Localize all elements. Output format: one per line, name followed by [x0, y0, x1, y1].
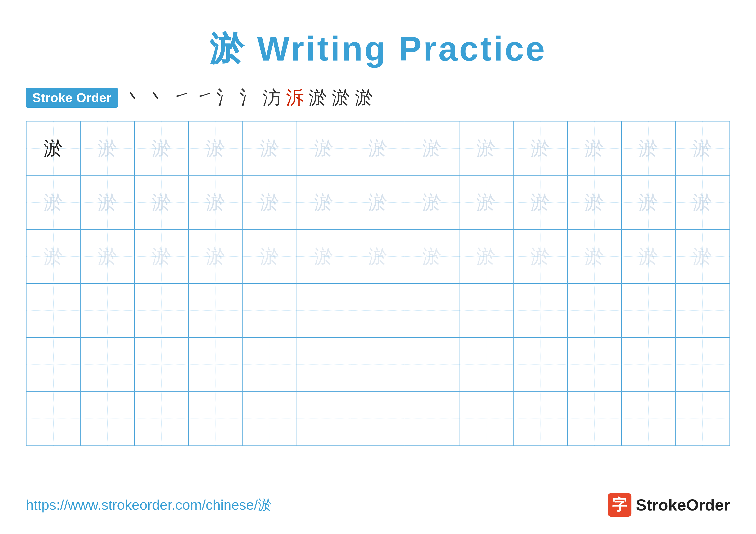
grid-cell-r3c12[interactable]: 淤	[622, 229, 676, 284]
grid-cell-r6c6[interactable]	[297, 392, 351, 446]
grid-cell-r4c4[interactable]	[189, 284, 243, 338]
grid-cell-r3c4[interactable]: 淤	[189, 229, 243, 284]
grid-cell-r2c2[interactable]: 淤	[80, 175, 134, 229]
grid-cell-r5c6[interactable]	[297, 338, 351, 392]
grid-cell-r4c8[interactable]	[405, 284, 459, 338]
grid-cell-r5c5[interactable]	[243, 338, 297, 392]
grid-cell-r3c1[interactable]: 淤	[26, 229, 80, 284]
page-title: 淤 Writing Practice	[209, 29, 547, 68]
grid-cell-r1c7[interactable]: 淤	[351, 121, 405, 175]
grid-cell-r1c13[interactable]: 淤	[676, 121, 730, 175]
grid-cell-r4c10[interactable]	[513, 284, 567, 338]
practice-grid: 淤 淤 淤 淤 淤 淤 淤 淤 淤 淤 淤 淤 淤 淤 淤 淤 淤 淤 淤 淤 …	[26, 121, 730, 446]
grid-cell-r5c11[interactable]	[567, 338, 622, 392]
grid-cell-r6c8[interactable]	[405, 392, 459, 446]
grid-cell-r2c8[interactable]: 淤	[405, 175, 459, 229]
grid-cell-r2c1[interactable]: 淤	[26, 175, 80, 229]
grid-cell-r5c12[interactable]	[622, 338, 676, 392]
grid-cell-r4c1[interactable]	[26, 284, 80, 338]
grid-cell-r1c6[interactable]: 淤	[297, 121, 351, 175]
grid-cell-r1c8[interactable]: 淤	[405, 121, 459, 175]
grid-cell-r5c13[interactable]	[676, 338, 730, 392]
grid-row-2: 淤 淤 淤 淤 淤 淤 淤 淤 淤 淤 淤 淤 淤	[26, 175, 730, 229]
grid-cell-r1c12[interactable]: 淤	[622, 121, 676, 175]
grid-cell-r1c2[interactable]: 淤	[80, 121, 134, 175]
grid-cell-r6c5[interactable]	[243, 392, 297, 446]
logo-text: StrokeOrder	[636, 496, 730, 514]
stroke-step-8: 泝	[286, 85, 304, 110]
grid-cell-r5c1[interactable]	[26, 338, 80, 392]
stroke-steps-container: 丶 丶 ㇀ ㇀ 氵 氵 汸 泝 淤 淤 淤	[124, 85, 373, 110]
grid-cell-r1c1[interactable]: 淤	[26, 121, 80, 175]
char-solid: 淤	[44, 135, 63, 162]
grid-cell-r6c3[interactable]	[134, 392, 189, 446]
grid-cell-r2c6[interactable]: 淤	[297, 175, 351, 229]
grid-cell-r3c3[interactable]: 淤	[134, 229, 189, 284]
grid-cell-r3c9[interactable]: 淤	[459, 229, 513, 284]
grid-cell-r2c4[interactable]: 淤	[189, 175, 243, 229]
grid-cell-r1c10[interactable]: 淤	[513, 121, 567, 175]
grid-cell-r6c13[interactable]	[676, 392, 730, 446]
grid-cell-r5c2[interactable]	[80, 338, 134, 392]
stroke-step-1: 丶	[124, 85, 143, 110]
grid-cell-r4c12[interactable]	[622, 284, 676, 338]
grid-cell-r2c13[interactable]: 淤	[676, 175, 730, 229]
grid-cell-r5c9[interactable]	[459, 338, 513, 392]
grid-cell-r3c6[interactable]: 淤	[297, 229, 351, 284]
grid-cell-r6c1[interactable]	[26, 392, 80, 446]
grid-cell-r3c10[interactable]: 淤	[513, 229, 567, 284]
grid-cell-r2c9[interactable]: 淤	[459, 175, 513, 229]
grid-cell-r6c2[interactable]	[80, 392, 134, 446]
stroke-order-row: Stroke Order 丶 丶 ㇀ ㇀ 氵 氵 汸 泝 淤 淤 淤	[26, 85, 730, 110]
grid-cell-r4c11[interactable]	[567, 284, 622, 338]
grid-row-5	[26, 338, 730, 392]
grid-cell-r3c13[interactable]: 淤	[676, 229, 730, 284]
footer: https://www.strokeorder.com/chinese/淤 字 …	[26, 493, 730, 517]
stroke-step-4: ㇀	[194, 85, 212, 110]
grid-cell-r1c9[interactable]: 淤	[459, 121, 513, 175]
grid-row-3: 淤 淤 淤 淤 淤 淤 淤 淤 淤 淤 淤 淤 淤	[26, 229, 730, 284]
page: 淤 Writing Practice Stroke Order 丶 丶 ㇀ ㇀ …	[0, 0, 756, 534]
grid-row-6	[26, 392, 730, 446]
grid-cell-r2c3[interactable]: 淤	[134, 175, 189, 229]
grid-cell-r6c11[interactable]	[567, 392, 622, 446]
stroke-step-2: 丶	[148, 85, 166, 110]
grid-cell-r3c7[interactable]: 淤	[351, 229, 405, 284]
grid-cell-r5c4[interactable]	[189, 338, 243, 392]
grid-cell-r1c3[interactable]: 淤	[134, 121, 189, 175]
grid-cell-r3c2[interactable]: 淤	[80, 229, 134, 284]
grid-cell-r6c10[interactable]	[513, 392, 567, 446]
grid-cell-r6c4[interactable]	[189, 392, 243, 446]
grid-cell-r4c13[interactable]	[676, 284, 730, 338]
grid-cell-r5c3[interactable]	[134, 338, 189, 392]
grid-cell-r2c12[interactable]: 淤	[622, 175, 676, 229]
grid-cell-r3c5[interactable]: 淤	[243, 229, 297, 284]
grid-cell-r2c11[interactable]: 淤	[567, 175, 622, 229]
grid-cell-r4c5[interactable]	[243, 284, 297, 338]
grid-cell-r1c4[interactable]: 淤	[189, 121, 243, 175]
footer-logo: 字 StrokeOrder	[608, 493, 730, 517]
grid-cell-r4c3[interactable]	[134, 284, 189, 338]
grid-cell-r3c11[interactable]: 淤	[567, 229, 622, 284]
grid-cell-r5c10[interactable]	[513, 338, 567, 392]
stroke-step-9: 淤	[309, 85, 327, 110]
grid-cell-r4c6[interactable]	[297, 284, 351, 338]
stroke-step-10: 淤	[332, 85, 350, 110]
grid-row-4	[26, 284, 730, 338]
grid-cell-r6c9[interactable]	[459, 392, 513, 446]
grid-cell-r6c7[interactable]	[351, 392, 405, 446]
grid-cell-r2c7[interactable]: 淤	[351, 175, 405, 229]
grid-cell-r1c11[interactable]: 淤	[567, 121, 622, 175]
grid-cell-r4c7[interactable]	[351, 284, 405, 338]
grid-cell-r2c5[interactable]: 淤	[243, 175, 297, 229]
grid-cell-r6c12[interactable]	[622, 392, 676, 446]
grid-cell-r2c10[interactable]: 淤	[513, 175, 567, 229]
stroke-order-badge: Stroke Order	[26, 88, 118, 108]
grid-cell-r5c7[interactable]	[351, 338, 405, 392]
footer-url[interactable]: https://www.strokeorder.com/chinese/淤	[26, 496, 272, 514]
grid-cell-r3c8[interactable]: 淤	[405, 229, 459, 284]
grid-cell-r1c5[interactable]: 淤	[243, 121, 297, 175]
grid-cell-r5c8[interactable]	[405, 338, 459, 392]
grid-cell-r4c2[interactable]	[80, 284, 134, 338]
grid-cell-r4c9[interactable]	[459, 284, 513, 338]
